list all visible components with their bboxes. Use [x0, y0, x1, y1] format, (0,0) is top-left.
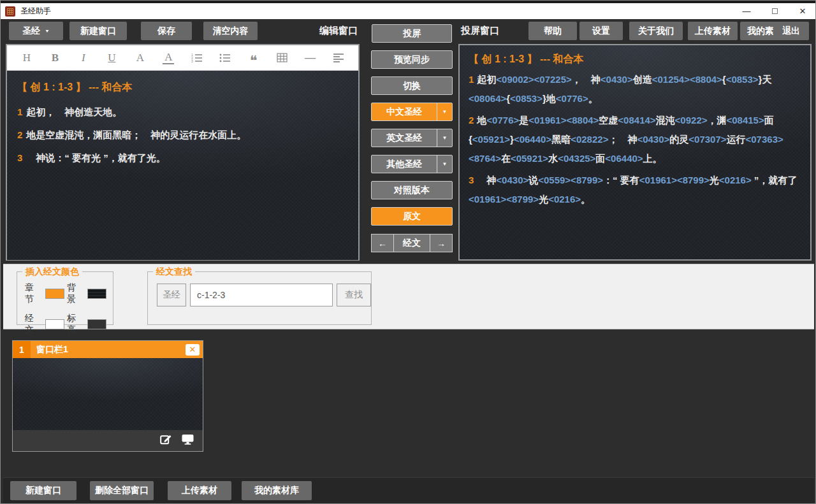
- maximize-icon: [772, 8, 778, 14]
- about-button[interactable]: 关于我们: [629, 22, 683, 40]
- card-close-button[interactable]: ✕: [186, 344, 200, 356]
- settings-button[interactable]: 设置: [579, 22, 623, 40]
- align-icon[interactable]: [333, 50, 344, 66]
- table-icon[interactable]: [276, 50, 288, 66]
- bold-icon[interactable]: B: [49, 50, 61, 66]
- font-size-icon[interactable]: A: [135, 50, 146, 66]
- window-bar-footer: [13, 430, 203, 451]
- close-button[interactable]: ✕: [789, 3, 816, 19]
- window-bar-title: 窗口栏1: [36, 344, 186, 356]
- upload-material-button[interactable]: 上传素材: [688, 22, 738, 40]
- parallel-version-label: 对照版本: [372, 185, 452, 196]
- edit-icon[interactable]: [160, 434, 172, 447]
- maximize-button[interactable]: [761, 3, 789, 19]
- font-color-icon[interactable]: A: [163, 51, 174, 64]
- english-bible-label: 英文圣经: [372, 133, 437, 144]
- new-window-bottom-button[interactable]: 新建窗口: [10, 481, 76, 500]
- exit-button[interactable]: 退出: [773, 22, 809, 40]
- switch-button[interactable]: 切换: [371, 76, 453, 95]
- edit-window-label: 编辑窗口: [319, 22, 358, 40]
- passage-title: 【 创 1 : 1-3 】 --- 和合本: [17, 81, 348, 94]
- verse-number: 2: [469, 115, 474, 126]
- editor-panel: H B I U A A 123 ❝ — 【 创 1 : 1-3 】 --- 和合…: [6, 44, 360, 261]
- delete-all-windows-button[interactable]: 删除全部窗口: [90, 481, 154, 500]
- window-bar-header: 1 窗口栏1 ✕: [13, 341, 203, 358]
- chinese-bible-button[interactable]: 中文圣经 ▼: [371, 103, 453, 121]
- verse-color-label: 经文: [25, 313, 41, 336]
- svg-text:3: 3: [191, 59, 193, 63]
- search-input[interactable]: [190, 284, 333, 306]
- project-window-label: 投屏窗口: [461, 22, 499, 40]
- monitor-icon[interactable]: [182, 434, 194, 447]
- new-window-button[interactable]: 新建窗口: [69, 22, 127, 40]
- bible-menu-button[interactable]: 圣经 ▼: [9, 22, 63, 40]
- scripture-nav-button[interactable]: 经文: [394, 234, 430, 252]
- verse-search-legend: 经文查找: [153, 266, 195, 278]
- bible-search-button[interactable]: 圣经: [157, 284, 186, 306]
- ordered-list-icon[interactable]: 123: [191, 50, 203, 66]
- app-icon: [5, 6, 15, 17]
- highlight-color-label: 标亮: [67, 313, 84, 336]
- clear-content-button[interactable]: 清空内容: [203, 22, 258, 40]
- chapter-color-swatch[interactable]: [45, 289, 64, 299]
- original-text-label: 原文: [372, 211, 452, 222]
- save-button[interactable]: 保存: [141, 22, 192, 40]
- other-bible-label: 其他圣经: [372, 159, 437, 170]
- next-arrow-button[interactable]: →: [430, 234, 453, 252]
- italic-icon[interactable]: I: [78, 50, 89, 66]
- verse-line: 2地是空虚混沌，渊面黑暗； 神的灵运行在水面上。: [17, 124, 348, 147]
- insert-color-groupbox: 插入经文颜色 章节 背景 经文 标亮: [17, 271, 113, 325]
- bullet-list-icon[interactable]: [219, 50, 231, 66]
- verse-line: 3 神说：“ 要有光 ”，就有了光。: [17, 147, 348, 169]
- app-window: 圣经助手 — ✕ 圣经 ▼ 新建窗口 保存 清空内容 编辑窗口 投屏 投屏窗口 …: [0, 0, 816, 504]
- insert-color-legend: 插入经文颜色: [22, 266, 82, 278]
- settings-section: 插入经文颜色 章节 背景 经文 标亮: [3, 264, 814, 329]
- highlight-color-swatch[interactable]: [87, 319, 106, 329]
- chevron-down-icon[interactable]: ▼: [437, 103, 452, 120]
- verse-text: 神说：“ 要有光 ”，就有了光。: [26, 152, 165, 163]
- verse-number: 1: [469, 74, 474, 85]
- verse-text: 起初， 神创造天地。: [26, 106, 122, 117]
- verse-search-groupbox: 经文查找 圣经 查找: [147, 271, 372, 325]
- heading-icon[interactable]: H: [21, 50, 33, 66]
- editor-content[interactable]: 【 创 1 : 1-3 】 --- 和合本 1起初， 神创造天地。 2地是空虚混…: [7, 71, 358, 260]
- upload-material-bottom-button[interactable]: 上传素材: [168, 481, 231, 500]
- verse-number: 3: [469, 175, 474, 185]
- preview-verse: 1起初<09002><07225>， 神<0430>创造<01254><8804…: [469, 70, 803, 108]
- preview-sync-label: 预览同步: [372, 54, 452, 66]
- scripture-nav: ← 经文 →: [371, 234, 453, 252]
- minimize-button[interactable]: —: [732, 3, 761, 19]
- underline-icon[interactable]: U: [106, 50, 117, 66]
- blockquote-icon[interactable]: ❝: [248, 50, 259, 66]
- preview-sync-button[interactable]: 预览同步: [371, 50, 453, 69]
- chevron-down-icon[interactable]: ▼: [437, 129, 452, 147]
- window-title: 圣经助手: [20, 6, 51, 17]
- my-library-bottom-button[interactable]: 我的素材库: [242, 481, 312, 500]
- chevron-down-icon[interactable]: ▼: [437, 155, 452, 173]
- background-color-label: 背景: [67, 282, 84, 305]
- find-button[interactable]: 查找: [337, 284, 371, 306]
- prev-arrow-button[interactable]: ←: [371, 234, 394, 252]
- preview-panel: 【 创 1 : 1-3 】 --- 和合本 1起初<09002><07225>，…: [458, 44, 812, 261]
- editor-toolbar: H B I U A A 123 ❝ —: [7, 45, 358, 71]
- window-bar-card[interactable]: 1 窗口栏1 ✕: [12, 340, 203, 452]
- switch-label: 切换: [372, 80, 452, 92]
- english-bible-button[interactable]: 英文圣经 ▼: [371, 129, 453, 147]
- parallel-version-button[interactable]: 对照版本: [371, 181, 453, 199]
- help-button[interactable]: 帮助: [528, 22, 577, 40]
- verse-color-swatch[interactable]: [45, 319, 64, 329]
- background-color-swatch[interactable]: [87, 289, 106, 299]
- preview-verse: 2地<0776>是<01961><8804>空虚<08414>混沌<0922>，…: [469, 111, 803, 168]
- project-button[interactable]: 投屏: [372, 24, 452, 43]
- project-button-label: 投屏: [372, 28, 451, 40]
- other-bible-button[interactable]: 其他圣经 ▼: [371, 155, 453, 173]
- verse-number: 3: [17, 152, 22, 163]
- window-bar-number: 1: [13, 341, 31, 358]
- preview-verse: 3 神<0430>说<0559><8799>：“ 要有<01961><8799>…: [469, 171, 803, 209]
- titlebar: 圣经助手 — ✕: [1, 3, 816, 19]
- horizontal-rule-icon[interactable]: —: [305, 50, 316, 66]
- preview-passage-title: 【 创 1 : 1-3 】 --- 和合本: [469, 53, 803, 66]
- chapter-color-label: 章节: [25, 282, 41, 305]
- verse-text: 地是空虚混沌，渊面黑暗； 神的灵运行在水面上。: [26, 129, 246, 140]
- original-text-button[interactable]: 原文: [371, 207, 453, 226]
